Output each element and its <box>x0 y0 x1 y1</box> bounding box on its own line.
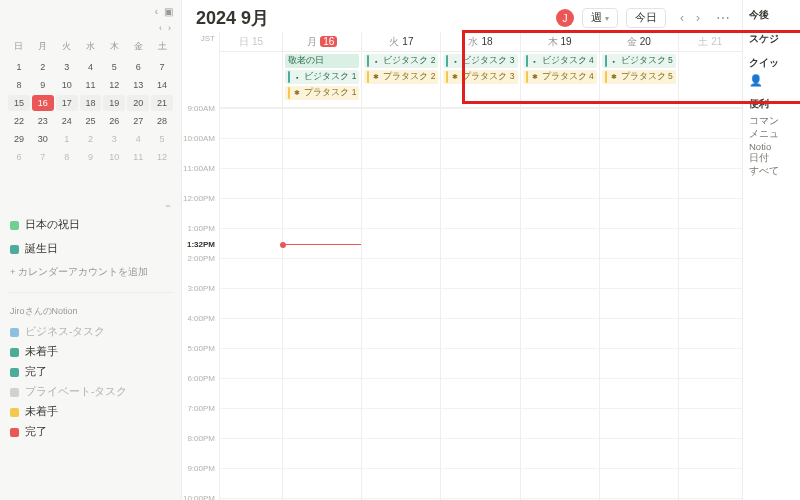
allday-area[interactable]: ▪ビジタスク 2✱プラタスク 2 <box>362 52 440 108</box>
mini-day[interactable]: 6 <box>127 59 149 75</box>
mini-day[interactable]: 25 <box>80 113 102 129</box>
mini-day[interactable]: 7 <box>32 149 54 165</box>
mini-day[interactable]: 10 <box>103 149 125 165</box>
sidebar-list-item[interactable]: 完了 <box>8 362 173 382</box>
mini-day[interactable]: 4 <box>80 59 102 75</box>
sidebar-list-item[interactable]: 完了 <box>8 422 173 442</box>
sidebar-list-item[interactable]: 未着手 <box>8 342 173 362</box>
hours-area[interactable] <box>441 108 519 500</box>
mini-next-icon[interactable]: › <box>168 23 171 33</box>
mini-day[interactable]: 1 <box>56 131 78 147</box>
mini-day[interactable]: 6 <box>8 149 30 165</box>
mini-day[interactable]: 12 <box>103 77 125 93</box>
mini-cal-grid[interactable]: 1234567891011121314151617181920212223242… <box>8 59 173 165</box>
sidebar-list-item[interactable]: プライベート-タスク <box>8 382 173 402</box>
rp-line[interactable]: コマン <box>749 115 794 128</box>
allday-area[interactable]: 敬老の日▪ビジタスク 1✱プラタスク 1 <box>283 52 361 108</box>
panel-icon[interactable]: ▣ <box>164 6 173 17</box>
mini-day[interactable]: 2 <box>32 59 54 75</box>
mini-day[interactable]: 19 <box>103 95 125 111</box>
hours-area[interactable] <box>600 108 678 500</box>
mini-day[interactable]: 21 <box>151 95 173 111</box>
mini-day[interactable]: 23 <box>32 113 54 129</box>
person-icon[interactable]: 👤 <box>749 74 794 87</box>
day-header[interactable]: 月16 <box>283 32 361 52</box>
avatar[interactable]: J <box>556 9 574 27</box>
more-menu-icon[interactable]: ⋯ <box>714 10 732 26</box>
mini-day[interactable]: 1 <box>8 59 30 75</box>
mini-day[interactable]: 22 <box>8 113 30 129</box>
sidebar-list-item[interactable]: 未着手 <box>8 402 173 422</box>
mini-day[interactable]: 5 <box>151 131 173 147</box>
sidebar-list-item[interactable]: ビジネス-タスク <box>8 322 173 342</box>
mini-day[interactable]: 2 <box>80 131 102 147</box>
event-chip[interactable]: ▪ビジタスク 5 <box>602 54 676 68</box>
mini-day[interactable]: 11 <box>127 149 149 165</box>
event-chip[interactable]: ✱プラタスク 3 <box>443 70 517 84</box>
event-chip[interactable]: ✱プラタスク 5 <box>602 70 676 84</box>
day-header[interactable]: 火17 <box>362 32 440 52</box>
mini-day[interactable]: 15 <box>8 95 30 111</box>
mini-day[interactable]: 29 <box>8 131 30 147</box>
hours-area[interactable] <box>283 108 361 500</box>
rp-line[interactable]: メニュ <box>749 128 794 141</box>
mini-day[interactable]: 11 <box>80 77 102 93</box>
mini-day[interactable]: 4 <box>127 131 149 147</box>
hours-area[interactable] <box>679 108 742 500</box>
event-chip[interactable]: ▪ビジタスク 2 <box>364 54 438 68</box>
day-header[interactable]: 金20 <box>600 32 678 52</box>
hours-area[interactable] <box>220 108 282 500</box>
day-header[interactable]: 日15 <box>220 32 282 52</box>
sidebar-item-holidays[interactable]: 日本の祝日 <box>8 215 173 235</box>
mini-day[interactable]: 14 <box>151 77 173 93</box>
mini-day[interactable]: 27 <box>127 113 149 129</box>
collapse-icon[interactable]: ‹ <box>155 6 158 17</box>
hours-area[interactable] <box>521 108 599 500</box>
mini-day[interactable]: 13 <box>127 77 149 93</box>
tag-icon[interactable]: ⌁ <box>165 200 171 211</box>
allday-area[interactable] <box>220 52 282 108</box>
event-chip[interactable]: ▪ビジタスク 3 <box>443 54 517 68</box>
event-chip[interactable]: ✱プラタスク 2 <box>364 70 438 84</box>
mini-day[interactable]: 9 <box>32 77 54 93</box>
add-calendar-account[interactable]: + カレンダーアカウントを追加 <box>8 263 173 282</box>
rp-line[interactable]: 日付 <box>749 152 794 165</box>
mini-day[interactable]: 10 <box>56 77 78 93</box>
hours-area[interactable] <box>362 108 440 500</box>
mini-day[interactable]: 17 <box>56 95 78 111</box>
mini-prev-icon[interactable]: ‹ <box>159 23 162 33</box>
mini-day[interactable]: 26 <box>103 113 125 129</box>
next-week-icon[interactable]: › <box>690 11 706 25</box>
sidebar-item-birthdays[interactable]: 誕生日 <box>8 239 173 259</box>
rp-line[interactable]: Notio <box>749 141 794 152</box>
allday-area[interactable]: ▪ビジタスク 4✱プラタスク 4 <box>521 52 599 108</box>
mini-day[interactable]: 16 <box>32 95 54 111</box>
mini-day[interactable]: 3 <box>103 131 125 147</box>
view-switch-button[interactable]: 週 ▾ <box>582 8 618 28</box>
today-button[interactable]: 今日 <box>626 8 666 28</box>
event-chip[interactable]: ▪ビジタスク 4 <box>523 54 597 68</box>
rp-line[interactable]: すべて <box>749 165 794 178</box>
prev-week-icon[interactable]: ‹ <box>674 11 690 25</box>
day-header[interactable]: 水18 <box>441 32 519 52</box>
event-chip[interactable]: ▪ビジタスク 1 <box>285 70 359 84</box>
mini-day[interactable]: 7 <box>151 59 173 75</box>
mini-day[interactable]: 3 <box>56 59 78 75</box>
event-chip[interactable]: 敬老の日 <box>285 54 359 68</box>
mini-day[interactable]: 8 <box>8 77 30 93</box>
mini-day[interactable]: 18 <box>80 95 102 111</box>
event-chip[interactable]: ✱プラタスク 4 <box>523 70 597 84</box>
mini-day[interactable]: 24 <box>56 113 78 129</box>
allday-area[interactable] <box>679 52 742 108</box>
allday-area[interactable]: ▪ビジタスク 3✱プラタスク 3 <box>441 52 519 108</box>
mini-day[interactable]: 20 <box>127 95 149 111</box>
day-header[interactable]: 木19 <box>521 32 599 52</box>
mini-day[interactable]: 30 <box>32 131 54 147</box>
mini-day[interactable]: 9 <box>80 149 102 165</box>
allday-area[interactable]: ▪ビジタスク 5✱プラタスク 5 <box>600 52 678 108</box>
event-chip[interactable]: ✱プラタスク 1 <box>285 86 359 100</box>
day-header[interactable]: 土21 <box>679 32 742 52</box>
mini-day[interactable]: 5 <box>103 59 125 75</box>
mini-day[interactable]: 8 <box>56 149 78 165</box>
mini-day[interactable]: 12 <box>151 149 173 165</box>
